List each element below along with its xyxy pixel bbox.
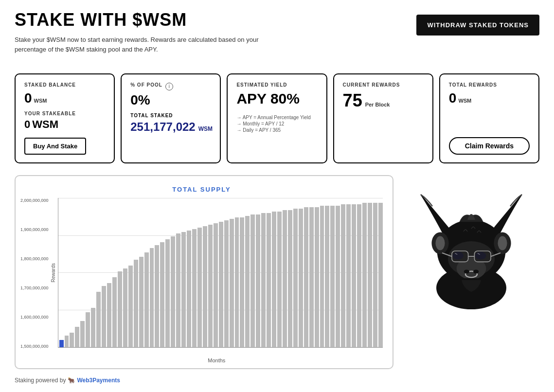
chart-bar[interactable] xyxy=(160,242,164,347)
x-axis-label-item: Nov-27 xyxy=(330,348,336,356)
svg-point-10 xyxy=(464,269,469,273)
chart-bar[interactable] xyxy=(176,233,180,347)
x-axis-label-item: Feb-24 xyxy=(93,348,98,356)
chart-bar[interactable] xyxy=(192,229,197,347)
footer-link[interactable]: Web3Payments xyxy=(77,377,120,384)
chart-bar[interactable] xyxy=(203,226,207,347)
chart-bar[interactable] xyxy=(309,207,314,347)
chart-bar[interactable] xyxy=(283,210,287,347)
staked-balance-label: STAKED BALANCE xyxy=(24,82,105,88)
x-axis-label-item: Feb-28 xyxy=(346,348,351,356)
chart-bar[interactable] xyxy=(357,204,361,347)
claim-rewards-button[interactable]: Claim Rewards xyxy=(449,137,530,155)
stakeable-label: YOUR STAKEABLE xyxy=(24,111,105,116)
x-axis-label-item: May-27 xyxy=(299,348,304,356)
chart-bar[interactable] xyxy=(214,223,218,347)
chart-bar[interactable] xyxy=(80,321,85,347)
x-axis-label-item: Oct-26 xyxy=(262,348,267,356)
chart-bar[interactable] xyxy=(70,333,74,347)
chart-bar[interactable] xyxy=(219,222,223,347)
chart-bar[interactable] xyxy=(65,336,69,347)
x-axis-label-item: Mar-27 xyxy=(288,348,293,356)
chart-bar[interactable] xyxy=(165,239,170,347)
chart-bar[interactable] xyxy=(224,220,229,347)
chart-bar[interactable] xyxy=(230,219,234,347)
chart-bar[interactable] xyxy=(368,203,372,347)
chart-bar[interactable] xyxy=(325,206,329,347)
chart-bar[interactable] xyxy=(320,206,324,347)
chart-bar[interactable] xyxy=(59,340,64,347)
x-axis-label-item: May-26 xyxy=(235,348,240,356)
chart-bar[interactable] xyxy=(91,308,95,347)
chart-bar[interactable] xyxy=(245,216,250,347)
chart-bar[interactable] xyxy=(107,283,111,347)
chart-bar[interactable] xyxy=(75,327,79,347)
x-axis-label-item: Mar-26 xyxy=(225,348,230,356)
chart-bar[interactable] xyxy=(256,214,260,347)
cards-row: STAKED BALANCE 0 WSM YOUR STAKEABLE 0 WS… xyxy=(15,73,539,163)
chart-bar[interactable] xyxy=(277,212,282,347)
y-axis-label-item: 1,600,000,000 xyxy=(20,315,49,320)
y-axis-labels: 2,000,000,0001,900,000,0001,800,000,0001… xyxy=(20,198,49,349)
chart-bar[interactable] xyxy=(96,292,101,347)
chart-bar[interactable] xyxy=(123,268,127,347)
x-axis-label-item: Aug-25 xyxy=(188,348,193,356)
chart-bar[interactable] xyxy=(346,204,351,347)
chart-bar[interactable] xyxy=(139,257,143,347)
staked-balance-value: 0 WSM xyxy=(24,90,105,106)
chart-bar[interactable] xyxy=(197,228,202,347)
total-staked-value: 251,177,022 WSM xyxy=(130,120,211,134)
chart-bar[interactable] xyxy=(261,213,266,347)
buy-stake-button[interactable]: Buy And Stake xyxy=(24,138,86,155)
x-axis-label-item: Oct-23 xyxy=(71,348,77,356)
chart-bar[interactable] xyxy=(155,245,159,347)
chart-bar[interactable] xyxy=(208,225,213,347)
chart-bar[interactable] xyxy=(304,207,308,347)
chart-bar[interactable] xyxy=(112,277,117,347)
chart-bar[interactable] xyxy=(171,236,175,347)
x-axis-label-item: Jul-28 xyxy=(372,348,377,356)
apy-notes: → APY = Annual Percentage Yield → Monthl… xyxy=(236,115,317,133)
x-axis-label-item: May-25 xyxy=(172,348,177,356)
staked-balance-card: STAKED BALANCE 0 WSM YOUR STAKEABLE 0 WS… xyxy=(15,73,115,163)
x-axis-label-item: Mar-25 xyxy=(161,348,167,356)
chart-bar[interactable] xyxy=(187,231,191,347)
chart-bar[interactable] xyxy=(181,232,186,347)
chart-bar[interactable] xyxy=(352,204,356,347)
chart-bar[interactable] xyxy=(102,286,106,347)
chart-bar[interactable] xyxy=(267,213,271,347)
chart-bar[interactable] xyxy=(373,203,377,347)
chart-bar[interactable] xyxy=(134,260,138,347)
chart-bar[interactable] xyxy=(272,212,276,347)
chart-bar[interactable] xyxy=(86,312,90,347)
x-axis-label-item: Jul-26 xyxy=(246,348,251,356)
chart-bar[interactable] xyxy=(240,217,244,347)
svg-point-17 xyxy=(453,252,464,260)
chart-bar[interactable] xyxy=(288,210,292,347)
withdraw-button[interactable]: WITHDRAW STAKED TOKENS xyxy=(416,15,539,36)
chart-area: 2,000,000,0001,900,000,0001,800,000,0001… xyxy=(20,198,383,363)
x-axis-label-item: Feb-25 xyxy=(156,348,161,356)
chart-bar[interactable] xyxy=(362,203,367,347)
chart-bar[interactable] xyxy=(293,209,298,347)
chart-bar[interactable] xyxy=(235,217,239,347)
chart-bar[interactable] xyxy=(330,206,335,347)
pool-info-icon[interactable]: i xyxy=(165,83,173,90)
chart-bar[interactable] xyxy=(315,207,319,347)
chart-bar[interactable] xyxy=(336,206,340,347)
y-axis-label-item: 1,800,000,000 xyxy=(20,256,49,261)
chart-bar[interactable] xyxy=(299,209,303,347)
y-axis-label-item: 1,500,000,000 xyxy=(20,344,49,349)
x-axis-label-item: Sep-27 xyxy=(320,348,325,356)
chart-bar[interactable] xyxy=(118,271,122,347)
chart-bar[interactable] xyxy=(150,248,154,347)
chart-bar[interactable] xyxy=(128,266,133,347)
total-rewards-value: 0 WSM xyxy=(449,90,530,106)
chart-bar[interactable] xyxy=(250,214,255,347)
chart-bar[interactable] xyxy=(341,204,345,347)
x-axis-label-item: Jun-25 xyxy=(177,348,182,356)
chart-bar[interactable] xyxy=(144,252,149,347)
x-axis-label-item: Feb-26 xyxy=(219,348,225,356)
x-axis-label-item: Apr-25 xyxy=(166,348,172,356)
chart-bar[interactable] xyxy=(378,203,383,347)
